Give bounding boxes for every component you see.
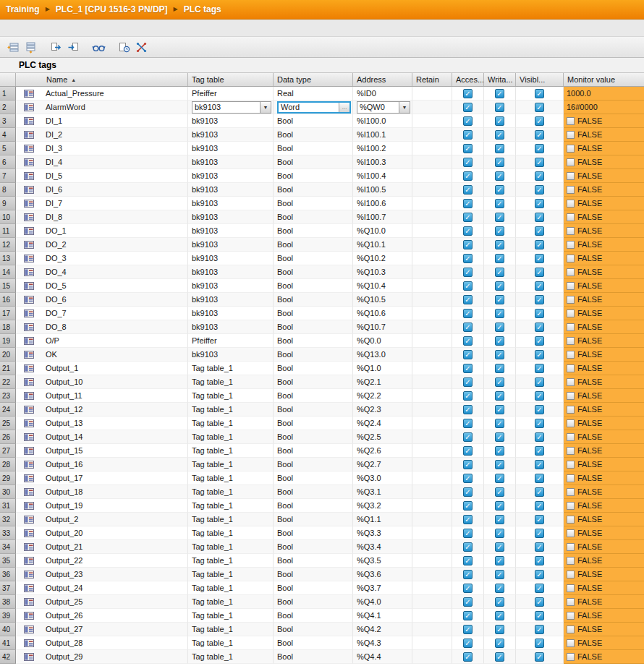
bool-false-indicator-icon[interactable] bbox=[567, 639, 575, 647]
address-cell[interactable]: %Q10.7 bbox=[353, 320, 412, 334]
accessible-cell[interactable]: ✓ bbox=[452, 197, 484, 210]
address-cell[interactable]: %Q4.0 bbox=[353, 595, 412, 609]
tag-name-cell[interactable]: DI_4 bbox=[42, 155, 188, 169]
accessible-checkbox[interactable]: ✓ bbox=[463, 116, 473, 126]
accessible-cell[interactable]: ✓ bbox=[452, 238, 484, 252]
visible-cell[interactable]: ✓ bbox=[516, 485, 564, 499]
accessible-checkbox[interactable]: ✓ bbox=[463, 103, 473, 112]
writable-cell[interactable]: ✓ bbox=[484, 581, 516, 595]
retain-cell[interactable] bbox=[412, 485, 452, 499]
accessible-checkbox[interactable]: ✓ bbox=[463, 529, 473, 538]
table-row[interactable]: 40Output_27Tag table_1Bool%Q4.2✓✓✓FALSE bbox=[0, 623, 644, 636]
bool-false-indicator-icon[interactable] bbox=[567, 447, 575, 455]
address-cell[interactable]: %Q10.2 bbox=[353, 252, 412, 265]
address-cell[interactable]: %I100.6 bbox=[353, 197, 412, 210]
data-type-cell[interactable]: Bool bbox=[274, 183, 353, 197]
data-type-cell[interactable]: Bool bbox=[274, 403, 353, 417]
writable-checkbox[interactable]: ✓ bbox=[495, 144, 504, 153]
accessible-checkbox[interactable]: ✓ bbox=[463, 268, 473, 277]
row-number[interactable]: 15 bbox=[0, 279, 16, 293]
data-type-cell[interactable]: Bool bbox=[274, 471, 353, 485]
bool-false-indicator-icon[interactable] bbox=[567, 433, 575, 441]
accessible-cell[interactable]: ✓ bbox=[452, 362, 484, 375]
accessible-cell[interactable]: ✓ bbox=[452, 155, 484, 169]
visible-checkbox[interactable]: ✓ bbox=[535, 432, 544, 442]
visible-checkbox[interactable]: ✓ bbox=[535, 487, 544, 497]
breadcrumb-item-project[interactable]: Training bbox=[6, 4, 40, 14]
row-number[interactable]: 18 bbox=[0, 320, 16, 334]
row-number[interactable]: 2 bbox=[0, 101, 16, 114]
writable-checkbox[interactable]: ✓ bbox=[495, 185, 504, 195]
visible-checkbox[interactable]: ✓ bbox=[535, 611, 544, 620]
address-cell[interactable]: %Q3.7 bbox=[353, 581, 412, 595]
address-cell[interactable]: %Q13.0 bbox=[353, 348, 412, 362]
tag-name-cell[interactable]: DO_5 bbox=[42, 279, 188, 293]
visible-checkbox[interactable]: ✓ bbox=[535, 625, 544, 634]
address-cell[interactable]: %Q10.6 bbox=[353, 307, 412, 320]
bool-false-indicator-icon[interactable] bbox=[567, 653, 575, 661]
address-cell[interactable]: %Q4.2 bbox=[353, 623, 412, 636]
visible-cell[interactable]: ✓ bbox=[516, 334, 564, 348]
tag-name-cell[interactable]: DO_2 bbox=[42, 238, 188, 252]
retain-cell[interactable] bbox=[412, 554, 452, 568]
breadcrumb-item-plc[interactable]: PLC_1 [CPU 1516-3 PN/DP] bbox=[56, 4, 168, 14]
tag-name-cell[interactable]: Output_2 bbox=[42, 513, 188, 526]
accessible-checkbox[interactable]: ✓ bbox=[463, 171, 473, 181]
tag-table-cell[interactable]: bk9103 bbox=[188, 320, 274, 334]
accessible-checkbox[interactable]: ✓ bbox=[463, 336, 473, 346]
writable-checkbox[interactable]: ✓ bbox=[495, 584, 504, 593]
writable-cell[interactable]: ✓ bbox=[484, 458, 516, 471]
visible-checkbox[interactable]: ✓ bbox=[535, 460, 544, 469]
tag-name-cell[interactable]: Output_15 bbox=[42, 444, 188, 458]
visible-cell[interactable]: ✓ bbox=[516, 375, 564, 389]
writable-cell[interactable]: ✓ bbox=[484, 142, 516, 155]
visible-cell[interactable]: ✓ bbox=[516, 581, 564, 595]
table-row[interactable]: 36Output_23Tag table_1Bool%Q3.6✓✓✓FALSE bbox=[0, 568, 644, 581]
row-number[interactable]: 27 bbox=[0, 444, 16, 458]
writable-checkbox[interactable]: ✓ bbox=[495, 529, 504, 538]
writable-checkbox[interactable]: ✓ bbox=[495, 309, 504, 318]
accessible-cell[interactable]: ✓ bbox=[452, 389, 484, 403]
accessible-checkbox[interactable]: ✓ bbox=[463, 185, 473, 195]
tag-table-cell[interactable]: bk9103 bbox=[188, 155, 274, 169]
retain-cell[interactable] bbox=[412, 293, 452, 307]
tag-table-cell[interactable]: bk9103 bbox=[188, 183, 274, 197]
tag-name-cell[interactable]: DI_5 bbox=[42, 169, 188, 183]
row-number[interactable]: 17 bbox=[0, 307, 16, 320]
retain-cell[interactable] bbox=[412, 210, 452, 224]
visible-checkbox[interactable]: ✓ bbox=[535, 350, 544, 359]
row-number[interactable]: 29 bbox=[0, 471, 16, 485]
monitor-value-cell[interactable]: FALSE bbox=[564, 485, 644, 499]
writable-cell[interactable]: ✓ bbox=[484, 252, 516, 265]
writable-cell[interactable]: ✓ bbox=[484, 650, 516, 664]
tag-name-cell[interactable]: Output_25 bbox=[42, 595, 188, 609]
row-number[interactable]: 39 bbox=[0, 609, 16, 623]
table-row[interactable]: 37Output_24Tag table_1Bool%Q3.7✓✓✓FALSE bbox=[0, 581, 644, 595]
monitor-value-cell[interactable]: FALSE bbox=[564, 554, 644, 568]
tag-name-cell[interactable]: Output_16 bbox=[42, 458, 188, 471]
tag-table-cell[interactable]: Tag table_1 bbox=[188, 623, 274, 636]
retain-cell[interactable] bbox=[412, 650, 452, 664]
tag-table-cell[interactable]: Tag table_1 bbox=[188, 609, 274, 623]
tag-table-cell[interactable]: Tag table_1 bbox=[188, 471, 274, 485]
address-cell[interactable]: %Q3.6 bbox=[353, 568, 412, 581]
bool-false-indicator-icon[interactable] bbox=[567, 145, 575, 153]
tag-name-cell[interactable]: DO_1 bbox=[42, 224, 188, 238]
bool-false-indicator-icon[interactable] bbox=[567, 309, 575, 317]
tag-table-cell[interactable]: Tag table_1 bbox=[188, 362, 274, 375]
monitor-value-cell[interactable]: FALSE bbox=[564, 362, 644, 375]
column-header-tag-table[interactable]: Tag table bbox=[188, 73, 274, 86]
accessible-cell[interactable]: ✓ bbox=[452, 183, 484, 197]
writable-cell[interactable]: ✓ bbox=[484, 169, 516, 183]
monitor-value-cell[interactable]: FALSE bbox=[564, 609, 644, 623]
writable-checkbox[interactable]: ✓ bbox=[495, 295, 504, 304]
accessible-checkbox[interactable]: ✓ bbox=[463, 460, 473, 469]
address-cell[interactable]: %Q2.7 bbox=[353, 458, 412, 471]
visible-cell[interactable]: ✓ bbox=[516, 101, 564, 114]
visible-checkbox[interactable]: ✓ bbox=[535, 309, 544, 318]
visible-cell[interactable]: ✓ bbox=[516, 403, 564, 417]
tag-name-cell[interactable]: Actual_Pressure bbox=[42, 87, 188, 101]
row-number[interactable]: 42 bbox=[0, 650, 16, 664]
writable-cell[interactable]: ✓ bbox=[484, 114, 516, 128]
visible-cell[interactable]: ✓ bbox=[516, 540, 564, 554]
